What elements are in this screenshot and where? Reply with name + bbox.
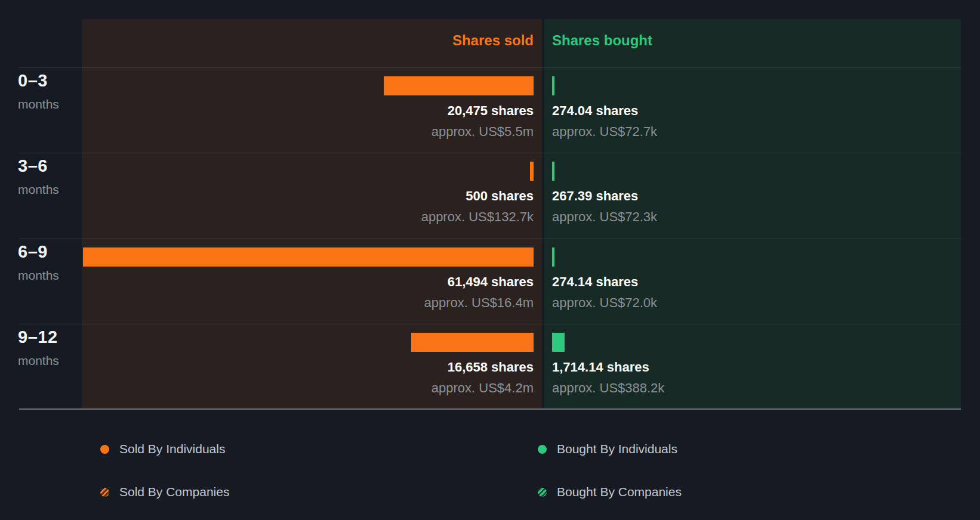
bought-shares-value: 267.39 shares — [552, 189, 946, 203]
bought-shares-value: 274.04 shares — [552, 104, 946, 118]
sold-shares-value: 16,658 shares — [82, 360, 534, 374]
bought-bar[interactable] — [552, 247, 554, 267]
bought-cell: 274.14 shares approx. US$72.0k — [552, 239, 946, 324]
period-row-6-9-months: 6–9 months 61,494 shares approx. US$16.4… — [0, 239, 980, 324]
bought-shares-value: 1,714.14 shares — [552, 360, 946, 374]
shares-sold-header: Shares sold — [82, 32, 534, 49]
period-range: 3–6 — [18, 156, 81, 176]
sold-cell: 61,494 shares approx. US$16.4m — [82, 239, 534, 324]
period-unit: months — [18, 182, 81, 197]
legend-item-sold-by-companies[interactable]: Sold By Companies — [100, 484, 229, 500]
sold-cell: 20,475 shares approx. US$5.5m — [82, 67, 534, 153]
period-label: 6–9 months — [18, 239, 81, 283]
bought-cell: 274.04 shares approx. US$72.7k — [552, 67, 946, 153]
shares-bought-header: Shares bought — [552, 32, 652, 49]
period-unit: months — [18, 354, 81, 368]
period-range: 9–12 — [18, 327, 81, 347]
legend-label: Sold By Individuals — [119, 442, 225, 456]
bought-individuals-swatch-icon — [538, 445, 547, 454]
sold-approx-value: approx. US$16.4m — [82, 296, 534, 310]
bought-approx-value: approx. US$72.3k — [552, 210, 946, 224]
sold-bar[interactable] — [411, 333, 534, 352]
bought-bar[interactable] — [552, 333, 565, 352]
bought-bar[interactable] — [552, 76, 554, 95]
period-unit: months — [18, 268, 81, 283]
period-row-0-3-months: 0–3 months 20,475 shares approx. US$5.5m… — [0, 67, 980, 153]
legend-item-bought-by-individuals[interactable]: Bought By Individuals — [538, 441, 677, 457]
bought-bar[interactable] — [552, 162, 554, 181]
sold-bar[interactable] — [83, 247, 534, 267]
sold-cell: 500 shares approx. US$132.7k — [82, 153, 534, 238]
period-row-9-12-months: 9–12 months 16,658 shares approx. US$4.2… — [0, 324, 980, 409]
legend-item-bought-by-companies[interactable]: Bought By Companies — [538, 484, 682, 500]
sold-approx-value: approx. US$132.7k — [82, 210, 534, 224]
insider-trading-volume-chart: Shares sold Shares bought 0–3 months 20,… — [0, 0, 980, 520]
legend-label: Bought By Companies — [557, 485, 682, 499]
sold-shares-value: 20,475 shares — [82, 104, 534, 118]
legend-item-sold-by-individuals[interactable]: Sold By Individuals — [100, 441, 225, 457]
bought-companies-swatch-icon — [538, 488, 547, 497]
sold-cell: 16,658 shares approx. US$4.2m — [82, 324, 534, 409]
sold-companies-swatch-icon — [100, 488, 109, 497]
legend-label: Sold By Companies — [119, 485, 229, 499]
period-label: 3–6 months — [18, 153, 81, 197]
sold-approx-value: approx. US$4.2m — [82, 381, 534, 395]
bought-approx-value: approx. US$72.0k — [552, 296, 946, 310]
period-label: 9–12 months — [18, 324, 81, 368]
period-range: 6–9 — [18, 242, 81, 262]
legend-label: Bought By Individuals — [557, 442, 677, 456]
bought-cell: 267.39 shares approx. US$72.3k — [552, 153, 946, 238]
bought-shares-value: 274.14 shares — [552, 275, 946, 289]
sold-individuals-swatch-icon — [100, 445, 109, 454]
bought-cell: 1,714.14 shares approx. US$388.2k — [552, 324, 946, 409]
period-label: 0–3 months — [18, 67, 81, 112]
sold-shares-value: 500 shares — [82, 189, 534, 203]
sold-bar[interactable] — [384, 76, 534, 95]
sold-approx-value: approx. US$5.5m — [82, 125, 534, 139]
period-range: 0–3 — [18, 71, 81, 91]
period-row-3-6-months: 3–6 months 500 shares approx. US$132.7k … — [0, 153, 980, 238]
sold-bar[interactable] — [530, 162, 534, 181]
period-unit: months — [18, 97, 81, 112]
sold-shares-value: 61,494 shares — [82, 275, 534, 289]
bought-approx-value: approx. US$388.2k — [552, 381, 946, 395]
bought-approx-value: approx. US$72.7k — [552, 125, 946, 139]
